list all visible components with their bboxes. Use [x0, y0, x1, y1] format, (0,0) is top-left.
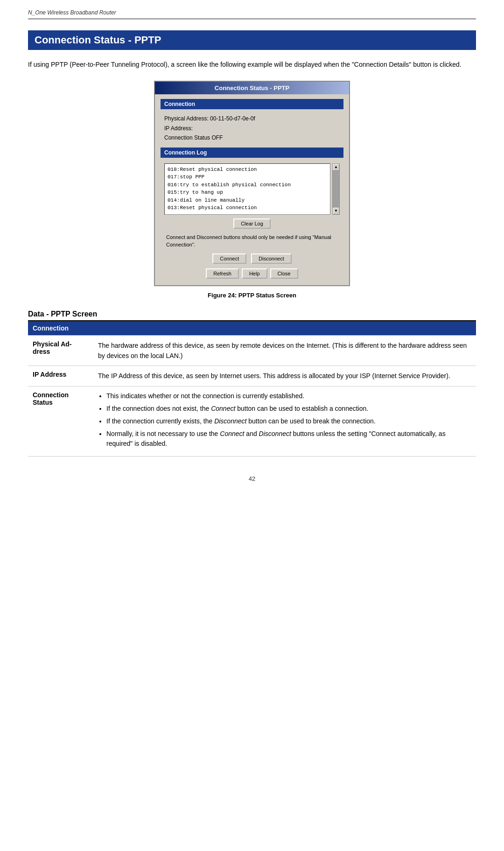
list-item: This indicates whether or not the connec… [106, 391, 471, 401]
group-header: Connection [28, 321, 476, 336]
page-title: Connection Status - PPTP [28, 30, 476, 50]
page-number: 42 [28, 475, 476, 482]
ip-address-text: IP Address: [164, 124, 340, 133]
page-title-text: Connection Status - PPTP [35, 34, 161, 46]
physical-address-value: The hardware address of this device, as … [93, 335, 476, 366]
disconnect-button[interactable]: Disconnect [251, 253, 291, 264]
data-section-title: Data - PPTP Screen [28, 310, 476, 321]
log-line-2: 017:stop PPP [168, 173, 327, 181]
bottom-row: Refresh Help Close [164, 268, 340, 279]
dialog-note: Connect and Disconnect buttons should on… [164, 233, 340, 249]
log-line-3: 016:try to establish physical connection [168, 181, 327, 189]
log-section-header: Connection Log [161, 148, 343, 158]
connection-section-header: Connection [161, 99, 343, 109]
log-line-4: 015:try to hang up [168, 189, 327, 197]
scroll-down-arrow[interactable]: ▼ [333, 208, 339, 214]
connection-status-list: This indicates whether or not the connec… [98, 391, 471, 449]
log-scrollbar: ▲ ▼ [332, 163, 340, 215]
table-row: IP Address The IP Address of this device… [28, 366, 476, 386]
connect-row: Connect Disconnect [164, 253, 340, 264]
table-group-header-row: Connection [28, 321, 476, 336]
clear-log-row: Clear Log [164, 218, 340, 229]
physical-address-label: Physical Ad-dress [28, 335, 93, 366]
header-label: N_One Wireless Broadband Router [28, 9, 116, 16]
connect-button[interactable]: Connect [212, 253, 246, 264]
close-button[interactable]: Close [270, 268, 298, 279]
doc-header: N_One Wireless Broadband Router [28, 9, 476, 19]
connection-status-text: Connection Status OFF [164, 133, 340, 142]
ip-address-label: IP Address [28, 366, 93, 386]
clear-log-button[interactable]: Clear Log [233, 218, 271, 229]
help-button[interactable]: Help [242, 268, 267, 279]
figure-caption: Figure 24: PPTP Status Screen [28, 292, 476, 299]
list-item: If the connection currently exists, the … [106, 416, 471, 426]
list-item: Normally, it is not necessary to use the… [106, 429, 471, 449]
dialog-box: Connection Status - PPTP Connection Phys… [154, 81, 350, 286]
refresh-button[interactable]: Refresh [206, 268, 239, 279]
connection-info-area: Physical Address: 00-11-50-d7-0e-0f IP A… [161, 112, 343, 147]
dialog-title-bar: Connection Status - PPTP [155, 82, 349, 94]
log-line-1: 018:Reset physical connection [168, 166, 327, 174]
connection-status-value: This indicates whether or not the connec… [93, 386, 476, 456]
scroll-track [333, 170, 339, 208]
data-table: Connection Physical Ad-dress The hardwar… [28, 321, 476, 457]
ip-address-value: The IP Address of this device, as seen b… [93, 366, 476, 386]
intro-paragraph: If using PPTP (Peer-to-Peer Tunneling Pr… [28, 59, 476, 70]
log-container: 018:Reset physical connection 017:stop P… [164, 163, 340, 215]
physical-address-text: Physical Address: 00-11-50-d7-0e-0f [164, 114, 340, 123]
table-row: Physical Ad-dress The hardware address o… [28, 335, 476, 366]
log-line-5: 014:dial on line manually [168, 197, 327, 204]
log-textarea: 018:Reset physical connection 017:stop P… [164, 163, 330, 215]
dialog-body: Connection Physical Address: 00-11-50-d7… [155, 94, 349, 285]
list-item: If the connection does not exist, the Co… [106, 404, 471, 414]
scroll-up-arrow[interactable]: ▲ [333, 164, 339, 170]
dialog-title: Connection Status - PPTP [215, 84, 289, 91]
log-line-6: 013:Reset physical connection [168, 204, 327, 212]
dialog-wrapper: Connection Status - PPTP Connection Phys… [28, 81, 476, 286]
connection-status-label: ConnectionStatus [28, 386, 93, 456]
table-row: ConnectionStatus This indicates whether … [28, 386, 476, 456]
